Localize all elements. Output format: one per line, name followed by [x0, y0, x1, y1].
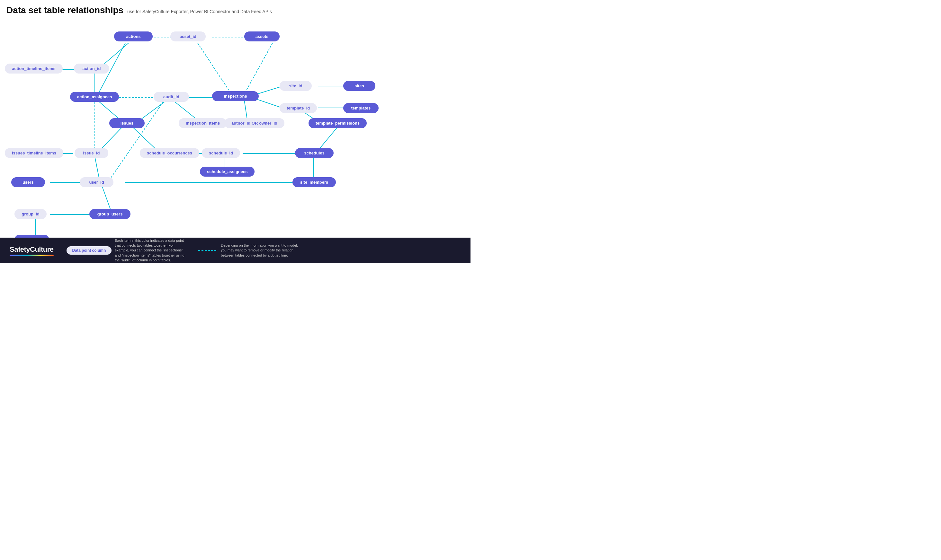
legend-dashed-text: Depending on the information you want to…	[221, 243, 304, 258]
footer-logo-text: SafetyCulture	[10, 245, 54, 254]
legend-dashed-line-svg	[198, 249, 218, 252]
page-title: Data set table relationships	[6, 5, 123, 15]
page-subtitle: use for SafetyCulture Exporter, Power BI…	[127, 9, 272, 14]
node-asset-id: asset_id	[170, 31, 206, 42]
node-audit-id: audit_id	[154, 92, 189, 102]
node-templates: templates	[343, 103, 379, 113]
node-action-id: action_id	[74, 63, 109, 74]
node-group-id: group_id	[14, 209, 46, 219]
node-site-id: site_id	[279, 81, 312, 91]
node-schedule-id: schedule_id	[202, 148, 240, 158]
node-site-members: site_members	[292, 177, 336, 187]
legend-node-sample: Data point column	[66, 246, 112, 255]
node-user-id: user_id	[80, 177, 113, 187]
svg-line-9	[254, 98, 282, 108]
footer-logo: SafetyCulture	[10, 245, 54, 256]
node-schedule-occurrences: schedule_occurrences	[140, 148, 199, 158]
node-template-id: template_id	[279, 103, 317, 113]
node-author-id-or-owner-id: author_id OR owner_id	[224, 118, 284, 128]
node-schedules: schedules	[295, 148, 333, 158]
svg-line-8	[254, 86, 283, 95]
footer-logo-bar	[10, 255, 54, 256]
node-sites: sites	[343, 81, 375, 91]
legend-dashed: Depending on the information you want to…	[198, 243, 304, 258]
footer: SafetyCulture Data point column Each ite…	[0, 238, 470, 263]
node-users: users	[11, 177, 45, 187]
node-issues-timeline-items: issues_timeline_items	[5, 148, 63, 158]
svg-line-5	[138, 100, 167, 122]
title-area: Data set table relationships use for Saf…	[0, 0, 470, 18]
node-group-users: group_users	[89, 209, 131, 219]
connections-svg	[0, 18, 470, 252]
diagram-area: actions asset_id assets action_timeline_…	[0, 18, 470, 252]
node-action-timeline-items: action_timeline_items	[5, 63, 63, 74]
node-issues: issues	[109, 118, 145, 128]
node-issue-id: issue_id	[74, 148, 108, 158]
node-actions: actions	[114, 31, 153, 42]
node-assets: assets	[244, 31, 279, 42]
svg-line-30	[197, 43, 231, 94]
node-template-permissions: template_permissions	[309, 118, 367, 128]
legend-node-text: Each item in this color indicates a data…	[115, 238, 185, 263]
legend-data-point: Data point column Each item in this colo…	[66, 238, 186, 263]
node-action-assignees: action_assignees	[70, 92, 119, 102]
svg-line-31	[244, 43, 273, 94]
svg-line-34	[109, 101, 164, 180]
node-inspections: inspections	[212, 91, 259, 101]
node-inspection-items: inspection_items	[179, 118, 227, 128]
node-schedule-assignees: schedule_assignees	[200, 167, 255, 177]
main-container: Data set table relationships use for Saf…	[0, 0, 470, 263]
